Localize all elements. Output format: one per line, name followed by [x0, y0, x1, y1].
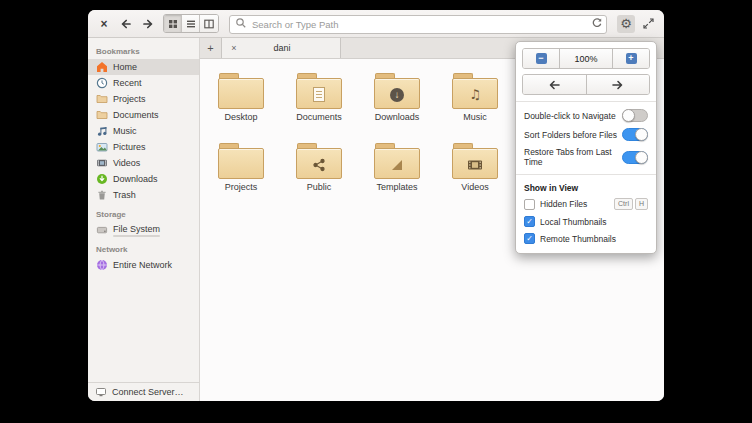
sidebar-item-label: Entire Network [113, 260, 172, 270]
trash-icon [96, 189, 108, 201]
file-documents[interactable]: Documents [280, 73, 358, 143]
connect-server-button[interactable]: Connect Server… [88, 382, 199, 401]
new-tab-button[interactable]: + [200, 38, 221, 58]
sidebar-item-entire-network[interactable]: Entire Network [88, 257, 199, 273]
setting-restore-tabs: Restore Tabs from Last Time [516, 144, 656, 170]
tab-label: dani [240, 43, 334, 53]
document-glyph [313, 87, 325, 102]
separator [516, 101, 656, 102]
setting-label: Double-click to Navigate [524, 111, 616, 121]
sidebar-item-documents[interactable]: Documents [88, 107, 199, 123]
zoom-out-button[interactable]: − [523, 49, 559, 68]
sidebar-item-home[interactable]: Home [88, 59, 199, 75]
tab-close-button[interactable]: × [228, 43, 240, 53]
double-click-toggle[interactable] [622, 109, 648, 122]
file-label: Videos [461, 182, 488, 192]
toggle-knob [635, 128, 648, 141]
file-downloads[interactable]: ↓ Downloads [358, 73, 436, 143]
back-button[interactable] [117, 15, 135, 33]
fullscreen-button[interactable] [639, 15, 657, 33]
sidebar-item-trash[interactable]: Trash [88, 187, 199, 203]
folder-public-icon [296, 143, 342, 179]
zoom-out-icon: − [536, 53, 547, 64]
download-arrow-glyph: ↓ [390, 88, 404, 102]
file-music[interactable]: ♫ Music [436, 73, 514, 143]
sidebar-item-projects[interactable]: Projects [88, 91, 199, 107]
list-view-icon [185, 18, 197, 30]
setting-label: Sort Folders before Files [524, 130, 617, 140]
file-videos[interactable]: Videos [436, 143, 514, 213]
toggle-knob [635, 151, 648, 164]
sidebar-item-file-system[interactable]: File System [88, 222, 199, 238]
sidebar-section-bookmarks: Bookmarks [88, 40, 199, 59]
undo-button[interactable] [523, 75, 586, 94]
settings-button[interactable]: ⚙ [617, 15, 635, 33]
zoom-in-button[interactable]: + [613, 49, 649, 68]
picture-icon [96, 141, 108, 153]
connect-server-label: Connect Server… [112, 387, 184, 397]
sidebar: Bookmarks Home Recent Projects Documents… [88, 38, 200, 401]
sidebar-item-label: Recent [113, 78, 142, 88]
restore-tabs-toggle[interactable] [622, 151, 648, 164]
search-input[interactable] [229, 15, 607, 34]
redo-button[interactable] [586, 75, 650, 94]
folder-icon [218, 73, 264, 109]
local-thumbnails-checkbox[interactable]: ✓ [524, 216, 535, 227]
check-icon: ✓ [526, 235, 533, 243]
close-window-button[interactable]: × [95, 15, 113, 33]
file-public[interactable]: Public [280, 143, 358, 213]
hidden-files-checkbox[interactable] [524, 199, 535, 210]
show-in-view-title: Show in View [516, 179, 656, 195]
check-icon: ✓ [526, 218, 533, 226]
setting-sort-folders: Sort Folders before Files [516, 125, 656, 144]
setting-label: Restore Tabs from Last Time [524, 147, 622, 167]
column-view-button[interactable] [200, 15, 218, 32]
toggle-knob [622, 109, 635, 122]
list-view-button[interactable] [182, 15, 200, 32]
sidebar-item-label: Music [113, 126, 137, 136]
refresh-button[interactable] [590, 16, 604, 30]
setting-label: Hidden Files [540, 199, 587, 209]
filmstrip-glyph [467, 159, 483, 171]
folder-downloads-icon: ↓ [374, 73, 420, 109]
file-desktop[interactable]: Desktop [202, 73, 280, 143]
setting-remote-thumbnails: ✓ Remote Thumbnails [516, 230, 656, 247]
sidebar-item-pictures[interactable]: Pictures [88, 139, 199, 155]
folder-icon [96, 109, 108, 121]
music-note-icon [96, 125, 108, 137]
sidebar-item-downloads[interactable]: Downloads [88, 171, 199, 187]
setting-label: Remote Thumbnails [540, 234, 616, 244]
tab-close-icon: × [231, 43, 236, 53]
sidebar-item-recent[interactable]: Recent [88, 75, 199, 91]
sidebar-item-videos[interactable]: Videos [88, 155, 199, 171]
tab-dani[interactable]: × dani [221, 38, 341, 58]
network-globe-icon [96, 259, 108, 271]
refresh-icon [591, 17, 603, 29]
sort-folders-toggle[interactable] [622, 128, 648, 141]
back-arrow-icon [119, 17, 133, 31]
sidebar-item-label: File System [113, 224, 160, 234]
setting-double-click: Double-click to Navigate [516, 106, 656, 125]
sidebar-item-label: Home [113, 62, 137, 72]
redo-arrow-icon [611, 79, 625, 91]
setting-hidden-files: Hidden Files Ctrl H [516, 195, 656, 213]
download-icon [96, 173, 108, 185]
key-badge: H [635, 198, 648, 210]
search-field-wrap [229, 14, 607, 33]
file-label: Public [307, 182, 332, 192]
toolbar: × ⚙ [88, 10, 664, 38]
file-templates[interactable]: Templates [358, 143, 436, 213]
remote-thumbnails-checkbox[interactable]: ✓ [524, 233, 535, 244]
music-note-glyph: ♫ [469, 87, 481, 102]
file-projects[interactable]: Projects [202, 143, 280, 213]
folder-icon [96, 93, 108, 105]
storage-usage-bar [113, 235, 160, 237]
search-icon [235, 17, 247, 29]
grid-view-button[interactable] [164, 15, 182, 32]
server-icon [95, 386, 107, 398]
sidebar-item-music[interactable]: Music [88, 123, 199, 139]
file-label: Music [463, 112, 487, 122]
expand-icon [642, 17, 655, 30]
key-badge: Ctrl [614, 198, 633, 210]
forward-button[interactable] [139, 15, 157, 33]
